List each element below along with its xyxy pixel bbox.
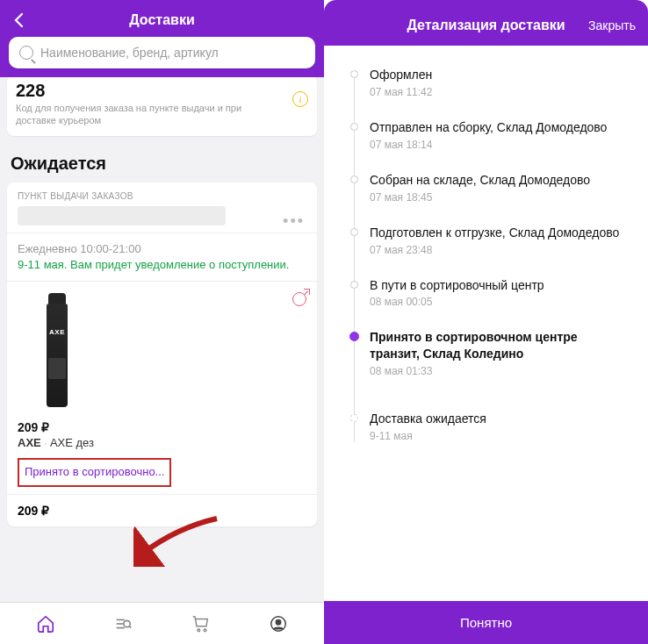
profile-icon — [269, 614, 288, 633]
timeline-step: Собран на складе, Склад Домодедово 07 ма… — [370, 172, 630, 204]
nav-search[interactable] — [112, 613, 133, 634]
step-title: Собран на складе, Склад Домодедово — [370, 172, 630, 189]
order-header[interactable]: ПУНКТ ВЫДАЧИ ЗАКАЗОВ ••• — [7, 182, 317, 233]
step-title: Отправлен на сборку, Склад Домодедово — [370, 119, 630, 136]
right-header: Детализация доставки Закрыть — [324, 0, 648, 46]
schedule-hours: Ежедневно 10:00-21:00 — [18, 242, 306, 255]
timeline-step: В пути в сортировочный центр 08 мая 00:0… — [370, 277, 630, 309]
pickup-code-card: 228 Код для получения заказа на пункте в… — [7, 77, 317, 136]
step-title: В пути в сортировочный центр — [370, 277, 630, 294]
search-icon — [19, 46, 33, 60]
nav-profile[interactable] — [268, 613, 289, 634]
order-card: ПУНКТ ВЫДАЧИ ЗАКАЗОВ ••• Ежедневно 10:00… — [7, 182, 317, 526]
left-app-screen: Доставки Наименование, бренд, артикул 22… — [0, 0, 324, 644]
step-time: 08 мая 00:05 — [370, 296, 630, 308]
cart-icon — [191, 614, 211, 633]
modal-title: Детализация доставки — [407, 18, 565, 33]
timeline: Оформлен 07 мая 11:42 Отправлен на сборк… — [350, 67, 630, 442]
step-title: Подготовлен к отгрузке, Склад Домодедово — [370, 225, 630, 241]
order-status-link[interactable]: Принято в сортировочно... — [25, 465, 164, 480]
pickup-code: 228 — [16, 81, 308, 101]
nav-cart[interactable] — [191, 613, 212, 634]
timeline-step: Отправлен на сборку, Склад Домодедово 07… — [370, 119, 630, 151]
svg-line-4 — [130, 626, 132, 627]
product-price: 209 ₽ — [18, 420, 306, 434]
home-icon — [36, 614, 55, 633]
order-total: 209 ₽ — [7, 494, 317, 526]
status-highlight-box[interactable]: Принято в сортировочно... — [18, 458, 171, 487]
step-time: 07 мая 18:45 — [370, 191, 630, 204]
eta-text: 9-11 мая. Вам придет уведомление о посту… — [18, 257, 306, 273]
step-time: 07 мая 18:14 — [370, 139, 630, 151]
left-header: Доставки Наименование, бренд, артикул — [0, 0, 324, 77]
pickup-label: ПУНКТ ВЫДАЧИ ЗАКАЗОВ — [18, 191, 306, 201]
pickup-code-subtitle: Код для получения заказа на пункте выдач… — [16, 102, 308, 127]
product-row[interactable]: AXE 209 ₽ AXE · AXE дез Принято в сортир… — [7, 282, 317, 494]
svg-point-5 — [198, 628, 200, 631]
product-image: AXE — [18, 294, 97, 417]
left-content: 228 Код для получения заказа на пункте в… — [0, 77, 324, 602]
search-input[interactable]: Наименование, бренд, артикул — [9, 37, 315, 68]
nav-home[interactable] — [35, 613, 56, 634]
svg-point-3 — [124, 620, 130, 626]
timeline-step-future: Доставка ожидается 9-11 мая — [370, 411, 630, 442]
timeline-step: Подготовлен к отгрузке, Склад Домодедово… — [370, 225, 630, 256]
timeline-dot-empty-icon — [350, 414, 358, 422]
step-title: Принято в сортировочном центре транзит, … — [370, 329, 630, 362]
bottom-nav — [0, 602, 324, 644]
step-title: Доставка ожидается — [370, 411, 630, 427]
timeline-step-active: Принято в сортировочном центре транзит, … — [370, 329, 630, 377]
timeline-dot-icon — [350, 123, 358, 131]
timeline-dot-active-icon — [349, 332, 359, 341]
section-title: Ожидается — [11, 154, 313, 174]
male-icon — [292, 292, 306, 306]
address-placeholder — [18, 206, 226, 225]
step-time: 07 мая 11:42 — [370, 86, 630, 98]
schedule-row: Ежедневно 10:00-21:00 9-11 мая. Вам прид… — [7, 233, 317, 283]
more-dots-icon[interactable]: ••• — [283, 212, 305, 231]
page-title: Доставки — [9, 12, 315, 28]
step-time: 08 мая 01:33 — [370, 365, 630, 377]
right-app-screen: Детализация доставки Закрыть Оформлен 07… — [324, 0, 648, 644]
timeline-dot-icon — [350, 281, 358, 289]
step-time: 07 мая 23:48 — [370, 244, 630, 256]
timeline-dot-icon — [350, 228, 358, 236]
timeline-content: Оформлен 07 мая 11:42 Отправлен на сборк… — [324, 46, 648, 601]
timeline-dot-icon — [350, 175, 358, 183]
product-title: AXE · AXE дез — [18, 436, 306, 449]
close-button[interactable]: Закрыть — [588, 18, 636, 32]
info-icon[interactable]: i — [292, 91, 308, 107]
search-lines-icon — [113, 614, 133, 633]
svg-point-8 — [276, 619, 281, 625]
search-placeholder: Наименование, бренд, артикул — [40, 46, 219, 60]
svg-point-6 — [204, 628, 206, 631]
timeline-dot-icon — [350, 70, 358, 78]
step-time: 9-11 мая — [370, 430, 630, 442]
step-title: Оформлен — [370, 67, 630, 83]
timeline-step: Оформлен 07 мая 11:42 — [370, 67, 630, 98]
understood-button[interactable]: Понятно — [324, 601, 648, 644]
